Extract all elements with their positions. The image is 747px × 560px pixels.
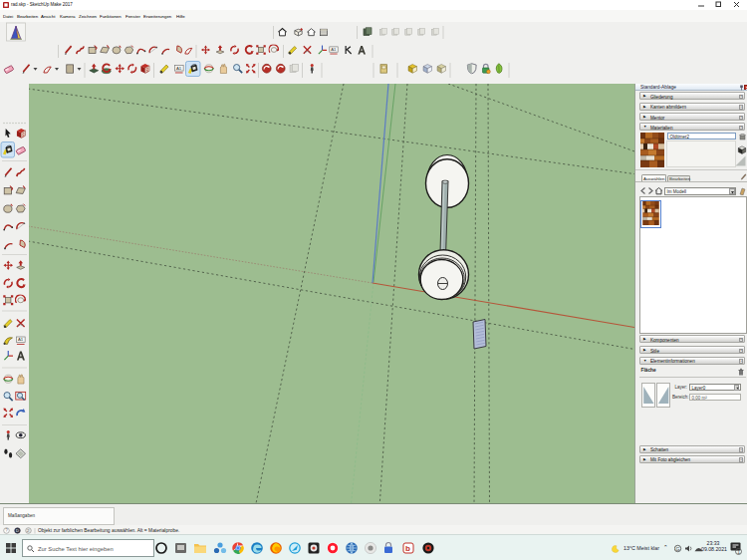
svg-text:b: b <box>405 544 410 553</box>
svg-text:1: 1 <box>737 548 740 554</box>
svg-text:D: D <box>16 528 19 533</box>
svg-text:G: G <box>676 545 680 551</box>
